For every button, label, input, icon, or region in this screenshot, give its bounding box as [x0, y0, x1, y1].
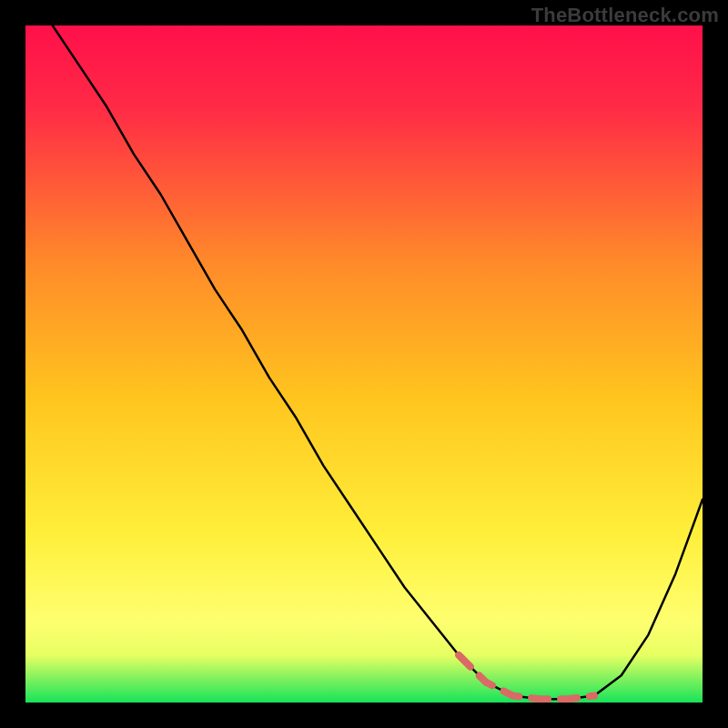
bottleneck-curve [25, 25, 703, 703]
plot-area [25, 25, 703, 703]
chart-frame: TheBottleneck.com [0, 0, 728, 728]
watermark-text: TheBottleneck.com [531, 4, 719, 27]
